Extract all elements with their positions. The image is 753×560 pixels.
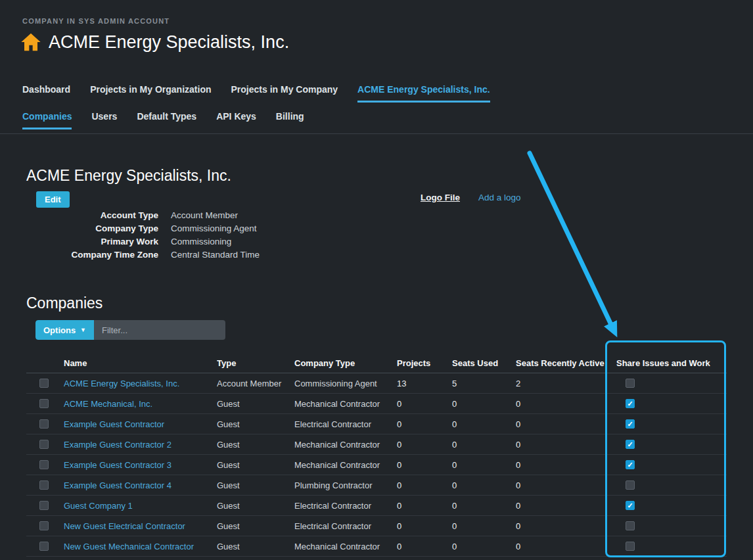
column-header-projects: Projects	[397, 358, 452, 368]
table-row: New Guest Mechanical ContractorGuestMech…	[26, 536, 727, 557]
row-select-cell	[26, 399, 64, 408]
row-select-checkbox[interactable]	[39, 440, 49, 449]
company-name-link[interactable]: Example Guest Contractor 3	[64, 460, 171, 470]
seats-recently-active-cell: 0	[516, 521, 616, 531]
check-icon: ✓	[627, 421, 633, 428]
company-type-cell: Guest	[217, 460, 294, 470]
add-logo-link[interactable]: Add a logo	[478, 193, 521, 202]
share-issues-cell	[616, 379, 727, 388]
column-header-name: Name	[64, 358, 217, 368]
table-header-row: NameTypeCompany TypeProjectsSeats UsedSe…	[26, 354, 727, 373]
share-issues-checkbox[interactable]: ✓	[626, 460, 635, 469]
options-button-label: Options	[43, 325, 76, 335]
detail-value-account-type: Account Member	[171, 210, 260, 220]
subtab-companies[interactable]: Companies	[22, 111, 72, 129]
row-select-cell	[26, 379, 64, 388]
subtab-billing[interactable]: Billing	[276, 111, 304, 129]
seats-used-cell: 0	[452, 460, 516, 470]
company-section-title: ACME Energy Specialists, Inc.	[26, 167, 231, 185]
company-name-link[interactable]: Example Guest Contractor 4	[64, 480, 171, 490]
company-type-cell: Guest	[217, 399, 294, 409]
table-row: Example Guest Contractor 3GuestMechanica…	[26, 455, 727, 475]
company-name-link[interactable]: ACME Energy Specialists, Inc.	[64, 379, 179, 388]
seats-recently-active-cell: 0	[516, 501, 616, 511]
share-issues-cell	[616, 521, 727, 530]
company-name-link[interactable]: Example Guest Contractor	[64, 419, 164, 429]
share-issues-checkbox[interactable]: ✓	[626, 419, 635, 429]
company-name-cell: Example Guest Contractor 2	[64, 440, 217, 450]
check-icon: ✓	[627, 502, 633, 509]
company-category-cell: Mechanical Contractor	[294, 399, 397, 409]
column-header-company-type: Company Type	[294, 358, 397, 368]
table-row: Example Guest ContractorGuestElectrical …	[26, 414, 727, 434]
row-select-cell	[26, 480, 64, 490]
row-select-checkbox[interactable]	[39, 542, 49, 551]
header-divider	[0, 133, 753, 134]
detail-value-company-time-zone: Central Standard Time	[171, 250, 260, 260]
share-issues-checkbox[interactable]: ✓	[626, 501, 635, 510]
row-select-cell	[26, 419, 64, 429]
home-icon[interactable]	[20, 32, 42, 53]
company-details: Account TypeAccount MemberCompany TypeCo…	[22, 210, 260, 260]
company-name-cell: ACME Mechanical, Inc.	[64, 399, 217, 409]
primary-tabs: DashboardProjects in My OrganizationProj…	[22, 84, 490, 103]
tab-projects-in-my-organization[interactable]: Projects in My Organization	[90, 84, 211, 103]
share-issues-checkbox[interactable]	[626, 480, 635, 490]
row-select-checkbox[interactable]	[39, 419, 49, 429]
projects-count-cell: 0	[397, 480, 452, 490]
row-select-cell	[26, 501, 64, 510]
share-issues-checkbox[interactable]	[626, 521, 635, 530]
row-select-checkbox[interactable]	[39, 399, 49, 408]
share-issues-checkbox[interactable]	[626, 542, 635, 551]
detail-value-primary-work: Commissioning	[171, 237, 260, 246]
subtab-default-types[interactable]: Default Types	[137, 111, 196, 129]
subtab-users[interactable]: Users	[91, 111, 117, 129]
company-name-link[interactable]: ACME Mechanical, Inc.	[64, 399, 152, 409]
secondary-tabs: CompaniesUsersDefault TypesAPI KeysBilli…	[22, 111, 304, 129]
seats-recently-active-cell: 0	[516, 542, 616, 551]
tab-dashboard[interactable]: Dashboard	[22, 84, 70, 103]
company-type-cell: Guest	[217, 440, 294, 450]
filter-input[interactable]	[94, 320, 225, 340]
row-select-cell	[26, 521, 64, 530]
share-issues-cell: ✓	[616, 419, 727, 429]
seats-recently-active-cell: 0	[516, 480, 616, 490]
row-select-checkbox[interactable]	[39, 480, 49, 490]
table-row: ACME Energy Specialists, Inc.Account Mem…	[26, 373, 727, 394]
seats-used-cell: 0	[452, 521, 516, 531]
projects-count-cell: 0	[397, 501, 452, 511]
company-name-cell: Example Guest Contractor 4	[64, 480, 217, 490]
detail-label-primary-work: Primary Work	[22, 237, 158, 246]
company-name-cell: Guest Company 1	[64, 501, 217, 511]
subtab-api-keys[interactable]: API Keys	[216, 111, 256, 129]
tab-acme-energy-specialists-inc[interactable]: ACME Energy Specialists, Inc.	[357, 84, 490, 103]
edit-button[interactable]: Edit	[36, 191, 70, 208]
company-name-link[interactable]: New Guest Electrical Contractor	[64, 521, 185, 531]
company-name-cell: New Guest Electrical Contractor	[64, 521, 217, 531]
seats-recently-active-cell: 0	[516, 419, 616, 429]
detail-label-company-time-zone: Company Time Zone	[22, 250, 158, 260]
share-issues-checkbox[interactable]: ✓	[626, 399, 635, 408]
share-issues-checkbox[interactable]	[626, 379, 635, 388]
company-name-link[interactable]: Guest Company 1	[64, 501, 133, 511]
company-category-cell: Plumbing Contractor	[294, 480, 397, 490]
check-icon: ✓	[627, 441, 633, 448]
company-name-link[interactable]: Example Guest Contractor 2	[64, 440, 171, 450]
seats-used-cell: 0	[452, 542, 516, 551]
row-select-checkbox[interactable]	[39, 501, 49, 510]
page-header: ACME Energy Specialists, Inc.	[20, 32, 289, 53]
row-select-checkbox[interactable]	[39, 460, 49, 469]
company-category-cell: Electrical Contractor	[294, 419, 397, 429]
seats-recently-active-cell: 0	[516, 440, 616, 450]
company-name-link[interactable]: New Guest Mechanical Contractor	[64, 542, 194, 551]
seats-recently-active-cell: 0	[516, 399, 616, 409]
options-button[interactable]: Options ▼	[35, 320, 94, 340]
company-type-cell: Guest	[217, 501, 294, 511]
detail-label-company-type: Company Type	[22, 223, 158, 233]
row-select-checkbox[interactable]	[39, 521, 49, 530]
share-issues-checkbox[interactable]: ✓	[626, 440, 635, 449]
column-header-share-issues-and-work: Share Issues and Work	[616, 358, 727, 368]
tab-projects-in-my-company[interactable]: Projects in My Company	[231, 84, 338, 103]
seats-used-cell: 0	[452, 419, 516, 429]
row-select-checkbox[interactable]	[39, 379, 49, 388]
